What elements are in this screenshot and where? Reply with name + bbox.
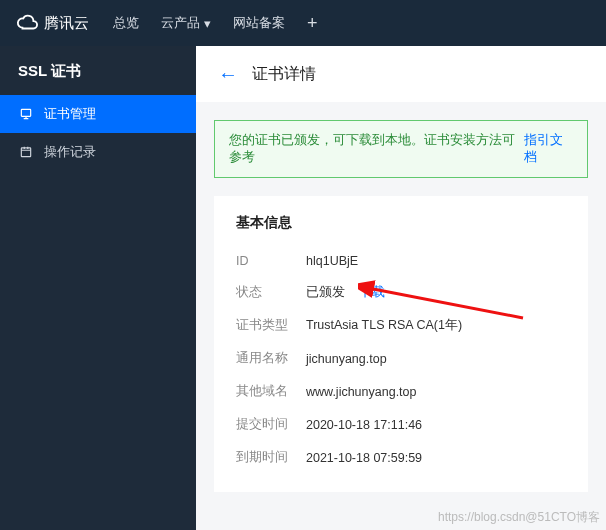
sidebar-item-cert-manage[interactable]: 证书管理 — [0, 95, 196, 133]
topbar: 腾讯云 总览 云产品 ▾ 网站备案 + — [0, 0, 606, 46]
sidebar: SSL 证书 证书管理 操作记录 — [0, 46, 196, 530]
row-status: 状态 已颁发 下载 — [236, 276, 566, 309]
label-expires: 到期时间 — [236, 449, 306, 466]
row-id: ID hlq1UBjE — [236, 246, 566, 276]
page-header: ← 证书详情 — [196, 46, 606, 102]
label-cn: 通用名称 — [236, 350, 306, 367]
value-other: www.jichunyang.top — [306, 385, 416, 399]
row-expires: 到期时间 2021-10-18 07:59:59 — [236, 441, 566, 474]
basic-info-card: 基本信息 ID hlq1UBjE 状态 已颁发 下载 证书类型 TrustAsi… — [214, 196, 588, 492]
nav-products[interactable]: 云产品 ▾ — [161, 14, 211, 32]
label-other: 其他域名 — [236, 383, 306, 400]
section-title: 基本信息 — [236, 214, 566, 232]
label-submitted: 提交时间 — [236, 416, 306, 433]
label-id: ID — [236, 254, 306, 268]
row-other: 其他域名 www.jichunyang.top — [236, 375, 566, 408]
alert-doc-link[interactable]: 指引文档 — [524, 132, 573, 166]
label-status: 状态 — [236, 284, 306, 301]
svg-rect-1 — [21, 148, 30, 157]
chevron-down-icon: ▾ — [204, 16, 211, 31]
nav-overview[interactable]: 总览 — [113, 14, 139, 32]
cloud-icon — [16, 12, 38, 34]
brand-logo[interactable]: 腾讯云 — [16, 12, 89, 34]
row-submitted: 提交时间 2020-10-18 17:11:46 — [236, 408, 566, 441]
alert-text: 您的证书已颁发，可下载到本地。证书安装方法可参考 — [229, 132, 522, 166]
value-id: hlq1UBjE — [306, 254, 358, 268]
label-type: 证书类型 — [236, 317, 306, 334]
brand-text: 腾讯云 — [44, 14, 89, 33]
sidebar-title: SSL 证书 — [0, 46, 196, 95]
cert-icon — [18, 106, 34, 122]
row-cn: 通用名称 jichunyang.top — [236, 342, 566, 375]
value-cn: jichunyang.top — [306, 352, 387, 366]
row-type: 证书类型 TrustAsia TLS RSA CA(1年) — [236, 309, 566, 342]
value-submitted: 2020-10-18 17:11:46 — [306, 418, 422, 432]
main: ← 证书详情 您的证书已颁发，可下载到本地。证书安装方法可参考 指引文档 基本信… — [196, 46, 606, 530]
svg-rect-0 — [21, 109, 30, 116]
value-expires: 2021-10-18 07:59:59 — [306, 451, 422, 465]
nav-add-icon[interactable]: + — [307, 14, 318, 32]
sidebar-item-op-log[interactable]: 操作记录 — [0, 133, 196, 171]
page-title: 证书详情 — [252, 64, 316, 85]
nav-beian[interactable]: 网站备案 — [233, 14, 285, 32]
back-arrow-icon[interactable]: ← — [218, 63, 238, 86]
download-link[interactable]: 下载 — [359, 284, 385, 301]
value-type: TrustAsia TLS RSA CA(1年) — [306, 317, 462, 334]
nav-products-label: 云产品 — [161, 14, 200, 32]
sidebar-item-label: 证书管理 — [44, 105, 96, 123]
value-status: 已颁发 — [306, 284, 345, 301]
sidebar-item-label: 操作记录 — [44, 143, 96, 161]
success-alert: 您的证书已颁发，可下载到本地。证书安装方法可参考 指引文档 — [214, 120, 588, 178]
calendar-icon — [18, 144, 34, 160]
